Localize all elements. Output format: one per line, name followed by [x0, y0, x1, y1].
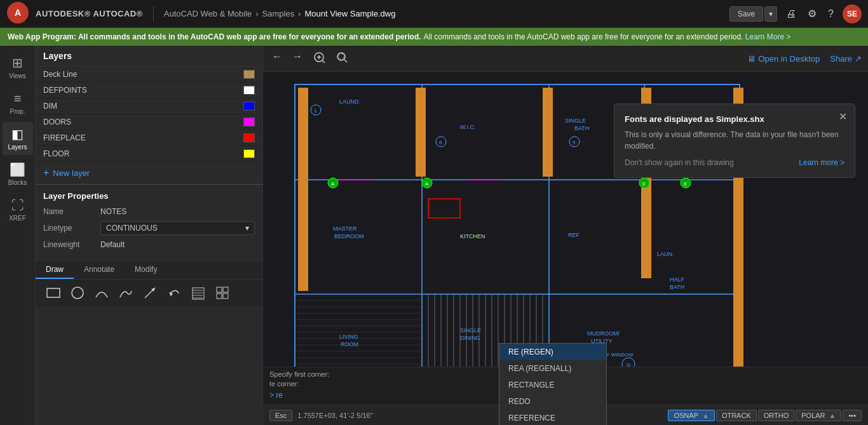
more-button[interactable]: ••• — [843, 410, 862, 421]
breadcrumb-samples: Samples — [262, 9, 295, 18]
sidebar-item-xref[interactable]: ⛶ XREF — [3, 193, 33, 226]
osnap-caret-icon: ▲ — [702, 412, 709, 419]
new-layer-button[interactable]: + New layer — [36, 162, 262, 184]
osnap-button[interactable]: OSNAP ▲ — [668, 410, 714, 421]
sidebar-item-layers[interactable]: ◧ Layers — [3, 122, 33, 155]
more-icon: ••• — [848, 412, 856, 419]
cmd-label-corner: Specify first corner: — [269, 370, 329, 378]
undo-button[interactable]: ← — [269, 50, 285, 67]
svg-text:SINGLE: SINGLE — [565, 118, 586, 124]
tool-tabs: Draw Annotate Modify — [36, 261, 262, 280]
ac-item-reference[interactable]: REFERENCE — [499, 410, 606, 425]
sidebar-item-blocks[interactable]: ⬜ Blocks — [3, 158, 33, 191]
drawing-canvas[interactable]: LAUND. W.I.C. SINGLE BATH MSTR BATH MAST… — [263, 72, 868, 425]
notification-popup: ✕ Fonts are displayed as Simplex.shx Thi… — [614, 104, 855, 178]
prop-value-name: NOTES — [100, 207, 255, 216]
prop-icon: ≡ — [14, 91, 22, 106]
tab-annotate[interactable]: Annotate — [74, 261, 125, 279]
open-desktop-button[interactable]: 🖥 Open in Desktop — [747, 54, 820, 64]
promo-link[interactable]: Learn More > — [745, 32, 791, 41]
svg-text:1: 1 — [314, 108, 317, 114]
ac-item-regenall[interactable]: REA (REGENALL) — [499, 360, 606, 377]
svg-text:A: A — [15, 8, 21, 18]
main-layout: ⊞ Views ≡ Prop. ◧ Layers ⬜ Blocks ⛶ XREF… — [0, 46, 868, 425]
tool-rectangle[interactable] — [43, 284, 64, 302]
layer-item-fireplace[interactable]: FIREPLACE — [36, 130, 262, 146]
print-button[interactable]: 🖨 — [783, 6, 799, 22]
tool-line[interactable] — [140, 284, 160, 302]
osnap-label: OSNAP — [674, 412, 698, 419]
layers-label: Layers — [8, 144, 27, 151]
prop-row-lineweight: Lineweight Default — [43, 240, 255, 249]
esc-button[interactable]: Esc — [269, 410, 292, 421]
tab-draw[interactable]: Draw — [36, 261, 74, 279]
ac-item-redo[interactable]: REDO — [499, 393, 606, 410]
svg-text:LIVING: LIVING — [339, 334, 358, 340]
app-name: AUTODESK® AUTOCAD® — [36, 9, 143, 18]
dont-show-link[interactable]: Don't show again in this drawing — [625, 158, 734, 167]
prop-label: Prop. — [10, 108, 25, 115]
linetype-dropdown[interactable]: CONTINUOUS ▾ — [100, 221, 255, 235]
share-button[interactable]: Share ↗ — [830, 54, 862, 64]
ortho-label: ORTHO — [764, 412, 789, 419]
redo-button[interactable]: → — [290, 50, 305, 67]
tool-arc[interactable] — [92, 284, 112, 302]
top-bar: A AUTODESK® AUTOCAD® AutoCAD Web & Mobil… — [0, 0, 868, 28]
svg-rect-35 — [416, 88, 426, 177]
ac-item-regen[interactable]: RE (REGEN) — [499, 344, 606, 360]
layers-panel-header: Layers — [36, 46, 262, 67]
svg-rect-36 — [543, 88, 553, 177]
tool-block[interactable] — [212, 284, 233, 302]
svg-text:A: A — [425, 181, 429, 187]
tab-modify[interactable]: Modify — [125, 261, 167, 279]
xref-label: XREF — [9, 215, 26, 222]
tool-undo-curve[interactable] — [164, 284, 184, 302]
layer-name-defpoints: DEFPOINTS — [43, 86, 238, 95]
content-area: ← → — [263, 46, 868, 425]
autocomplete-dropdown: RE (REGEN) REA (REGENALL) RECTANGLE REDO… — [499, 343, 607, 425]
settings-button[interactable]: ⚙ — [805, 5, 819, 22]
svg-point-3 — [72, 287, 83, 299]
layer-item-floor[interactable]: FLOOR — [36, 146, 262, 162]
tool-polyline[interactable] — [116, 284, 136, 302]
zoom-fit-button[interactable] — [310, 50, 328, 67]
promo-desc: All commands and tools in the AutoCAD we… — [424, 32, 745, 41]
zoom-window-button[interactable] — [333, 50, 351, 67]
ac-item-rectangle[interactable]: RECTANGLE — [499, 377, 606, 393]
new-layer-plus-icon: + — [43, 167, 49, 179]
otrack-button[interactable]: OTRACK — [716, 410, 757, 421]
svg-text:DINING: DINING — [460, 335, 480, 341]
svg-rect-22 — [339, 54, 344, 59]
layer-name-doors: DOORS — [43, 118, 238, 126]
notification-close-button[interactable]: ✕ — [839, 111, 847, 123]
layer-item-deckline[interactable]: Deck Line — [36, 67, 262, 83]
learn-more-link[interactable]: Learn more > — [799, 158, 844, 167]
otrack-label: OTRACK — [722, 412, 751, 419]
sidebar-item-prop[interactable]: ≡ Prop. — [3, 86, 33, 119]
svg-rect-2 — [47, 288, 60, 297]
svg-text:SINGLE: SINGLE — [460, 327, 481, 334]
help-button[interactable]: ? — [825, 6, 836, 22]
layer-item-doors[interactable]: DOORS — [36, 114, 262, 130]
svg-rect-7 — [193, 288, 204, 299]
polar-label: POLAR — [801, 412, 825, 419]
polar-button[interactable]: POLAR ▲ — [796, 410, 841, 421]
save-dropdown-button[interactable]: ▾ — [764, 6, 777, 22]
sidebar-item-views[interactable]: ⊞ Views — [3, 51, 33, 84]
ortho-button[interactable]: ORTHO — [758, 410, 795, 421]
layer-item-defpoints[interactable]: DEFPOINTS — [36, 83, 262, 98]
layer-item-dim[interactable]: DIM — [36, 98, 262, 114]
layer-color-defpoints — [243, 86, 255, 95]
promo-text: Web App Program: All commands and tools … — [8, 32, 421, 41]
tool-circle[interactable] — [67, 284, 88, 302]
breadcrumb: AutoCAD Web & Mobile › Samples › Mount V… — [164, 9, 396, 18]
save-button[interactable]: Save — [729, 6, 763, 22]
layer-color-doors — [243, 118, 255, 126]
svg-text:5: 5 — [573, 140, 576, 145]
breadcrumb-file: Mount View Sample.dwg — [305, 9, 396, 18]
user-avatar[interactable]: SE — [843, 4, 862, 24]
svg-line-17 — [322, 60, 325, 63]
promo-bar: Web App Program: All commands and tools … — [0, 28, 868, 46]
tool-hatch[interactable] — [188, 285, 208, 302]
layer-name-deckline: Deck Line — [43, 70, 238, 79]
